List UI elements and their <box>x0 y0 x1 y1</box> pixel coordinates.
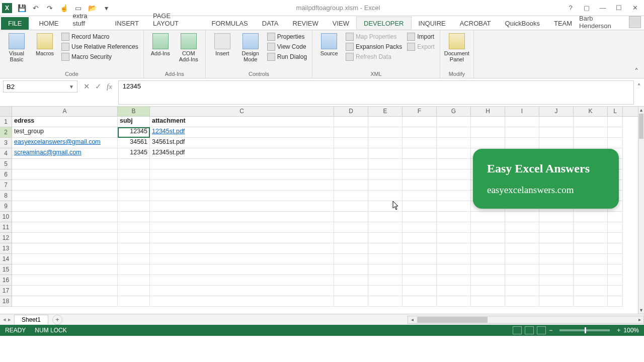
tab-quickbooks[interactable]: QuickBooks <box>498 17 547 30</box>
cell-E12[interactable] <box>368 233 403 243</box>
row-header-1[interactable]: 1 <box>0 117 12 127</box>
macro-security-button[interactable]: Macro Security <box>60 52 139 61</box>
row-header-6[interactable]: 6 <box>0 169 12 180</box>
cell-H15[interactable] <box>471 264 505 275</box>
cell-B3[interactable]: 34561 <box>118 138 150 148</box>
cell-C17[interactable] <box>150 286 334 296</box>
cell-E11[interactable] <box>368 222 403 233</box>
cell-G10[interactable] <box>437 212 471 222</box>
zoom-slider[interactable] <box>559 329 610 331</box>
row-header-16[interactable]: 16 <box>0 275 12 286</box>
cell-L17[interactable] <box>608 286 623 296</box>
addins-button[interactable]: Add-Ins <box>148 32 173 57</box>
cell-B4[interactable]: 12345 <box>118 148 150 159</box>
minimize-icon[interactable]: — <box>596 3 610 14</box>
help-icon[interactable]: ? <box>564 3 578 14</box>
tab-file[interactable]: FILE <box>1 17 29 30</box>
cell-F14[interactable] <box>403 254 437 264</box>
cell-K11[interactable] <box>574 222 608 233</box>
cell-C14[interactable] <box>150 254 334 264</box>
cell-D2[interactable] <box>334 127 368 138</box>
zoom-in-icon[interactable]: + <box>617 327 620 334</box>
cell-E5[interactable] <box>368 159 403 169</box>
cell-G3[interactable] <box>437 138 471 148</box>
scroll-right-icon[interactable]: ▸ <box>635 316 643 323</box>
cell-F17[interactable] <box>403 286 437 296</box>
cell-F11[interactable] <box>403 222 437 233</box>
cell-J17[interactable] <box>539 286 574 296</box>
cell-H18[interactable] <box>471 296 505 307</box>
tab-insert[interactable]: INSERT <box>108 17 146 30</box>
cell-J14[interactable] <box>539 254 574 264</box>
cell-H14[interactable] <box>471 254 505 264</box>
tab-view[interactable]: VIEW <box>326 17 356 30</box>
cell-A1[interactable]: edress <box>12 117 118 127</box>
cell-D10[interactable] <box>334 212 368 222</box>
cell-I11[interactable] <box>505 222 539 233</box>
cell-L12[interactable] <box>608 233 623 243</box>
cell-A8[interactable] <box>12 191 118 201</box>
column-header-G[interactable]: G <box>437 107 471 116</box>
cell-D11[interactable] <box>334 222 368 233</box>
sheet-tab-sheet1[interactable]: Sheet1 <box>14 315 48 324</box>
row-header-14[interactable]: 14 <box>0 254 12 264</box>
cell-G15[interactable] <box>437 264 471 275</box>
cell-F16[interactable] <box>403 275 437 286</box>
cell-L15[interactable] <box>608 264 623 275</box>
cell-A14[interactable] <box>12 254 118 264</box>
expansion-packs-button[interactable]: Expansion Packs <box>345 42 403 51</box>
cell-J16[interactable] <box>539 275 574 286</box>
cell-L18[interactable] <box>608 296 623 307</box>
cell-L3[interactable] <box>608 138 623 148</box>
cell-K10[interactable] <box>574 212 608 222</box>
cell-F18[interactable] <box>403 296 437 307</box>
cell-D8[interactable] <box>334 191 368 201</box>
cell-B7[interactable] <box>118 180 150 191</box>
visual-basic-button[interactable]: Visual Basic <box>4 32 29 63</box>
cell-A13[interactable] <box>12 243 118 254</box>
cell-B6[interactable] <box>118 169 150 180</box>
cell-L16[interactable] <box>608 275 623 286</box>
cell-C9[interactable] <box>150 201 334 212</box>
cell-E2[interactable] <box>368 127 403 138</box>
cell-C5[interactable] <box>150 159 334 169</box>
cell-F10[interactable] <box>403 212 437 222</box>
cell-A10[interactable] <box>12 212 118 222</box>
row-header-8[interactable]: 8 <box>0 191 12 201</box>
insert-control-button[interactable]: Insert <box>210 32 235 57</box>
cell-E13[interactable] <box>368 243 403 254</box>
row-header-5[interactable]: 5 <box>0 159 12 169</box>
column-header-J[interactable]: J <box>539 107 574 116</box>
add-sheet-button[interactable]: + <box>52 315 62 325</box>
cell-G5[interactable] <box>437 159 471 169</box>
cell-A9[interactable] <box>12 201 118 212</box>
cell-D15[interactable] <box>334 264 368 275</box>
cell-J1[interactable] <box>539 117 574 127</box>
cell-D14[interactable] <box>334 254 368 264</box>
tab-formulas[interactable]: FORMULAS <box>205 17 255 30</box>
cell-J18[interactable] <box>539 296 574 307</box>
cell-E1[interactable] <box>368 117 403 127</box>
tab-review[interactable]: REVIEW <box>286 17 326 30</box>
cell-I3[interactable] <box>505 138 539 148</box>
maximize-icon[interactable]: ☐ <box>612 3 626 14</box>
tab-team[interactable]: TEAM <box>547 17 579 30</box>
cell-B14[interactable] <box>118 254 150 264</box>
cell-B13[interactable] <box>118 243 150 254</box>
zoom-out-icon[interactable]: − <box>549 327 552 334</box>
cell-G8[interactable] <box>437 191 471 201</box>
cell-B18[interactable] <box>118 296 150 307</box>
row-header-11[interactable]: 11 <box>0 222 12 233</box>
cells-area[interactable]: edresssubjattachmenttest_group1234512345… <box>12 117 638 314</box>
cell-K1[interactable] <box>574 117 608 127</box>
tab-data[interactable]: DATA <box>255 17 286 30</box>
cell-J15[interactable] <box>539 264 574 275</box>
name-box[interactable]: B2▼ <box>3 80 77 93</box>
cell-I12[interactable] <box>505 233 539 243</box>
row-header-7[interactable]: 7 <box>0 180 12 191</box>
cell-B1[interactable]: subj <box>118 117 150 127</box>
scroll-left-icon[interactable]: ◂ <box>408 316 416 323</box>
cell-C4[interactable]: 12345st.pdf <box>150 148 334 159</box>
run-dialog-button[interactable]: Run Dialog <box>266 52 308 61</box>
cell-E14[interactable] <box>368 254 403 264</box>
